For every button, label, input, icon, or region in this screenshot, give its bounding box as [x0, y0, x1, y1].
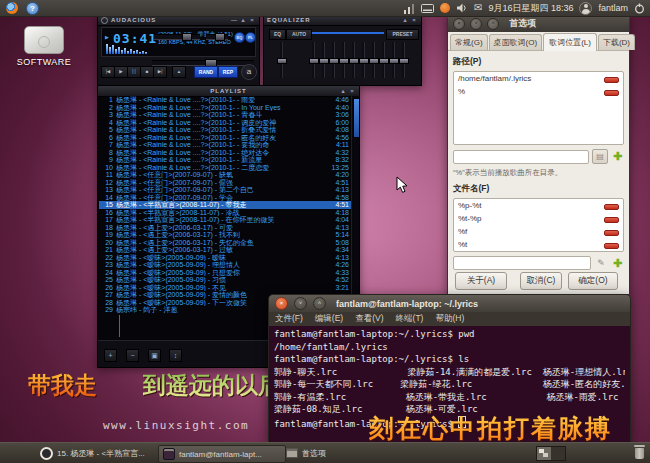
eq-toggle-button[interactable]: EQ: [234, 32, 245, 43]
volume-icon[interactable]: [456, 3, 468, 13]
preferences-tab[interactable]: 桌面歌词(O): [489, 34, 543, 50]
minimize-icon[interactable]: —: [231, 17, 238, 23]
playlist-track-row[interactable]: 2 杨丞琳 - <Rainie & Love ....?>(2010-1- - …: [99, 104, 351, 112]
eq-band-slider[interactable]: [362, 42, 365, 78]
minimize-icon[interactable]: ˅: [294, 297, 307, 310]
shuffle-button[interactable]: RAND: [194, 66, 218, 78]
slider-handle[interactable]: [319, 58, 329, 64]
stop-button[interactable]: [140, 66, 154, 78]
playlist-track-row[interactable]: 7 杨丞琳 - <Rainie & Love ....?>(2010-1- - …: [99, 141, 351, 149]
balance-thumb[interactable]: [215, 33, 225, 41]
workspace-2[interactable]: [551, 447, 565, 460]
keyboard-icon[interactable]: [421, 4, 434, 13]
preferences-tab[interactable]: 常规(G): [450, 34, 488, 50]
ok-button[interactable]: 确定(O): [568, 272, 618, 290]
playlist-track-row[interactable]: 4 杨丞琳 - <Rainie & Love ....?>(2010-1- - …: [99, 119, 351, 127]
session-username[interactable]: fantlam: [598, 3, 628, 13]
playlist-track-row[interactable]: 12 杨丞琳 - <任意门>(2007-09-07) - 倔强 4:51: [99, 179, 351, 187]
preferences-titlebar[interactable]: × ˅ ˄ 首选项: [448, 15, 629, 32]
pl-toggle-button[interactable]: PL: [245, 32, 256, 43]
select-tracks-button[interactable]: [148, 349, 161, 362]
preferences-tab[interactable]: 下载(D): [598, 34, 635, 50]
slider-handle[interactable]: [329, 58, 339, 64]
eq-band-slider[interactable]: [352, 42, 355, 78]
user-icon[interactable]: [579, 2, 592, 15]
spectrum-analyzer[interactable]: [106, 43, 152, 54]
taskbar-item-terminal[interactable]: fantlam@fantlam-lapt...: [158, 445, 286, 463]
filename-list-item[interactable]: %t-%p: [454, 212, 623, 225]
slider-handle[interactable]: [389, 58, 399, 64]
slider-handle[interactable]: [309, 58, 319, 64]
messaging-icon[interactable]: [440, 3, 450, 13]
sort-tracks-button[interactable]: [169, 349, 182, 362]
workspace-1[interactable]: [537, 447, 551, 460]
filename-list-item[interactable]: %f: [454, 225, 623, 238]
power-icon[interactable]: [634, 3, 645, 14]
close-icon[interactable]: ×: [349, 88, 356, 94]
next-button[interactable]: [153, 66, 167, 78]
close-icon[interactable]: ×: [411, 17, 418, 23]
eq-on-button[interactable]: EQ: [269, 29, 286, 40]
path-list-item[interactable]: /home/fantlam/.lyrics: [454, 72, 623, 85]
playlist-track-row[interactable]: 24 杨丞琳 - <暧昧>(2005-09-09) - 只想爱你 4:33: [99, 269, 351, 277]
eq-band-slider[interactable]: [312, 42, 315, 78]
filename-list-item[interactable]: %p-%t: [454, 199, 623, 212]
playlist-track-row[interactable]: 19 杨丞琳 - <遇上爱>(2006-03-17) - 找不到 5:14: [99, 231, 351, 239]
preamp-slider[interactable]: [280, 42, 283, 78]
playlist-track-row[interactable]: 14 杨丞琳 - <任意门>(2007-09-07) - 学会 4:58: [99, 194, 351, 202]
previous-button[interactable]: [101, 66, 115, 78]
balance-slider[interactable]: [206, 34, 228, 40]
eq-band-slider[interactable]: [322, 42, 325, 78]
remove-filename-icon[interactable]: [604, 204, 619, 210]
terminal-menu-item[interactable]: 编辑(E): [309, 313, 349, 325]
volume-slider[interactable]: [154, 34, 200, 40]
slider-handle[interactable]: [339, 58, 349, 64]
help-icon[interactable]: [26, 2, 39, 15]
eq-band-slider[interactable]: [372, 42, 375, 78]
playlist-track-row[interactable]: 17 杨丞琳 - <半熟宣言>(2008-11-07) - 在你怀里的微笑 4:…: [99, 216, 351, 224]
add-track-button[interactable]: [104, 349, 117, 362]
desktop-icon-software[interactable]: SOFTWARE: [16, 26, 72, 67]
slider-handle[interactable]: [349, 58, 359, 64]
taskbar-item-preferences[interactable]: 首选项: [282, 445, 348, 461]
playlist-track-row[interactable]: 6 杨丞琳 - <Rainie & Love ....?>(2010-1- - …: [99, 134, 351, 142]
playlist-track-row[interactable]: 10 杨丞琳 - <Rainie & Love ....?>(2010-1- -…: [99, 164, 351, 172]
maximize-icon[interactable]: ˄: [313, 297, 326, 310]
browse-folder-icon[interactable]: [592, 149, 608, 164]
playlist-track-row[interactable]: 22 杨丞琳 - <暧昧>(2005-09-09) - 暧昧 4:13: [99, 254, 351, 262]
playlist-track-row[interactable]: 8 杨丞琳 - <Rainie & Love ....?>(2010-1- - …: [99, 149, 351, 157]
cancel-button[interactable]: 取消(C): [520, 272, 562, 290]
add-filename-icon[interactable]: [611, 257, 624, 270]
slider-handle[interactable]: [277, 58, 287, 64]
shade-icon[interactable]: ▴: [402, 17, 409, 23]
eq-band-slider[interactable]: [392, 42, 395, 78]
panel-clock[interactable]: 9月16日星期四 18:36: [488, 2, 573, 15]
edit-pencil-icon[interactable]: [594, 257, 608, 270]
slider-handle[interactable]: [369, 58, 379, 64]
slider-handle[interactable]: [379, 58, 389, 64]
playlist-track-row[interactable]: 25 杨丞琳 - <暧昧>(2005-09-09) - 习惯 4:52: [99, 276, 351, 284]
eq-preset-button[interactable]: PRESET: [386, 29, 419, 40]
eq-band-slider[interactable]: [402, 42, 405, 78]
pause-button[interactable]: [127, 66, 141, 78]
remove-filename-icon[interactable]: [604, 243, 619, 249]
shade-icon[interactable]: ▴: [240, 17, 247, 23]
shade-icon[interactable]: ▴: [340, 88, 347, 94]
audacious-logo-knob[interactable]: [241, 64, 257, 80]
repeat-button[interactable]: REP: [218, 66, 238, 78]
playlist-track-row[interactable]: 15 杨丞琳 - <半熟宣言>(2008-11-07) - 带我走 4:51: [99, 201, 351, 209]
add-path-icon[interactable]: [611, 150, 624, 163]
terminal-menu-item[interactable]: 终端(T): [390, 313, 430, 325]
play-button[interactable]: [114, 66, 128, 78]
taskbar-item-audacious[interactable]: 15. 杨丞琳 - <半熟宣言...: [36, 445, 162, 461]
remove-path-icon[interactable]: [604, 90, 619, 96]
playlist-track-row[interactable]: 9 杨丞琳 - <Rainie & Love ....?>(2010-1- - …: [99, 156, 351, 164]
remove-path-icon[interactable]: [604, 77, 619, 83]
remove-track-button[interactable]: [126, 349, 139, 362]
slider-handle[interactable]: [359, 58, 369, 64]
playlist-track-row[interactable]: 20 杨丞琳 - <遇上爱>(2006-03-17) - 失忆的金鱼 5:08: [99, 239, 351, 247]
playlist-track-row[interactable]: 23 杨丞琳 - <暧昧>(2005-09-09) - 理想情人 4:26: [99, 261, 351, 269]
playlist-track-row[interactable]: 11 杨丞琳 - <任意门>(2007-09-07) - 缺氧 4:20: [99, 171, 351, 179]
eq-band-slider[interactable]: [382, 42, 385, 78]
minimize-icon[interactable]: ˅: [470, 18, 482, 30]
